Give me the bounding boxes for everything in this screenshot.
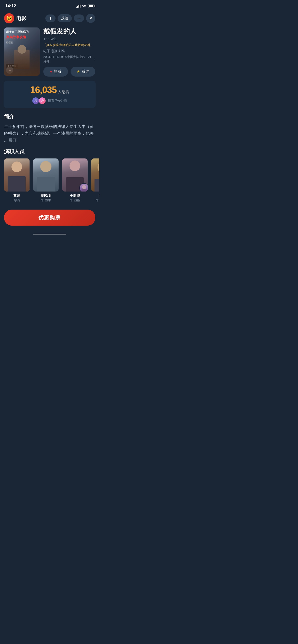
cast-scroll: 董越 导演 黄晓明 饰: 孟中 <box>0 158 99 202</box>
status-bar: 14:12 5G <box>0 0 99 11</box>
poster-text-2: 真实故事改编 <box>6 35 38 39</box>
buy-section: 优惠购票 <box>0 207 99 232</box>
status-time: 14:12 <box>5 4 16 9</box>
popularity-section: 16,035 人想看 用 户 想看 7分钟前 <box>4 81 96 108</box>
cast-role-1: 导演 <box>14 198 20 202</box>
cast-photo-4 <box>91 158 99 192</box>
movie-genre: 犯罪 悬疑 剧情 <box>43 49 95 53</box>
movie-actions: ♥ 想看 ★ 看过 <box>43 67 95 77</box>
cast-role-3: 饰: 魏娴 <box>70 198 80 202</box>
poster-text-1: 老实久了早该疯的 <box>6 30 38 34</box>
cast-name-3: 王影璐 <box>70 194 80 198</box>
expand-button[interactable]: 展开 <box>9 138 17 142</box>
cast-name-2: 黄晓明 <box>40 194 51 198</box>
user-avatar-2: 户 <box>39 97 46 104</box>
cast-title: 演职人员 <box>0 148 99 155</box>
more-button[interactable]: ··· <box>74 14 84 22</box>
share-button[interactable]: ⬆ <box>45 14 56 22</box>
movie-quote: 「真实改编 黄晓明陷自我救赎深渊」 <box>43 43 95 47</box>
movie-details: 戴假发的人 The Wig 「真实改编 黄晓明陷自我救赎深渊」 犯罪 悬疑 剧情… <box>43 27 95 77</box>
signal-icon <box>76 5 80 8</box>
home-indicator <box>0 232 99 236</box>
synopsis-title: 简介 <box>4 113 95 120</box>
cast-name-1: 董越 <box>13 194 20 198</box>
movie-title-en: The Wig <box>43 37 95 41</box>
cast-photo-2 <box>33 158 59 192</box>
movie-release[interactable]: 2024.11.16 09:00中国大陆上映 121分钟 › <box>43 55 95 64</box>
home-bar <box>33 234 66 235</box>
chevron-right-icon: › <box>94 57 95 61</box>
cast-item-1[interactable]: 董越 导演 <box>4 158 30 202</box>
cast-section: 演职人员 董越 导演 黄晓明 饰: 孟中 <box>0 148 99 207</box>
cast-item-3[interactable]: 王影璐 饰: 魏娴 <box>62 158 88 202</box>
status-icons: 5G <box>76 4 94 8</box>
cast-item-4[interactable]: 李从喜 饰: 孟中父亲 <box>91 158 99 202</box>
buy-ticket-button[interactable]: 优惠购票 <box>4 210 95 226</box>
network-label: 5G <box>82 4 86 8</box>
popularity-label: 人想看 <box>58 90 69 94</box>
cast-overlay-3 <box>79 183 88 192</box>
user-avatar-1: 用 <box>32 97 39 104</box>
cast-name-4: 李从喜 <box>99 194 99 198</box>
want-watch-button[interactable]: ♥ 想看 <box>43 67 68 77</box>
cast-item-2[interactable]: 黄晓明 饰: 孟中 <box>33 158 59 202</box>
cast-role-4: 饰: 孟中父亲 <box>96 198 99 202</box>
cast-photo-1 <box>4 158 30 192</box>
movie-info: 老实久了早该疯的 真实故事改编 戴假发 正在热映 ▶ 戴假发的人 The Wig… <box>0 26 99 81</box>
cast-role-2: 饰: 孟中 <box>40 198 51 202</box>
header-actions: ⬆ 反馈 ··· ✕ <box>45 14 95 23</box>
popularity-count: 16,035 <box>30 85 57 95</box>
poster-movie-name: 戴假发 <box>6 41 38 44</box>
star-icon: ★ <box>77 69 80 74</box>
battery-icon <box>88 5 94 8</box>
movie-poster[interactable]: 老实久了早该疯的 真实故事改编 戴假发 正在热映 ▶ <box>4 27 40 76</box>
heart-icon: ♥ <box>50 69 52 74</box>
popularity-user-action: 想看 7分钟前 <box>48 98 67 103</box>
synopsis-text: 二十多年前，法考三度落榜的法律大专生孟中（黄晓明饰），内心充满绝望。一个漆黑的雨… <box>4 123 95 144</box>
close-button[interactable]: ✕ <box>86 14 95 23</box>
page-title: 电影 <box>16 15 43 22</box>
feedback-button[interactable]: 反馈 <box>58 14 72 22</box>
synopsis-section: 简介 二十多年前，法考三度落榜的法律大专生孟中（黄晓明饰），内心充满绝望。一个漆… <box>0 113 99 148</box>
cast-photo-3 <box>62 158 88 192</box>
app-logo: 🐱 <box>4 13 14 23</box>
header: 🐱 电影 ⬆ 反馈 ··· ✕ <box>0 11 99 26</box>
popularity-user: 用 户 想看 7分钟前 <box>32 97 67 104</box>
watched-button[interactable]: ★ 看过 <box>71 67 95 77</box>
movie-title-zh: 戴假发的人 <box>43 27 95 35</box>
